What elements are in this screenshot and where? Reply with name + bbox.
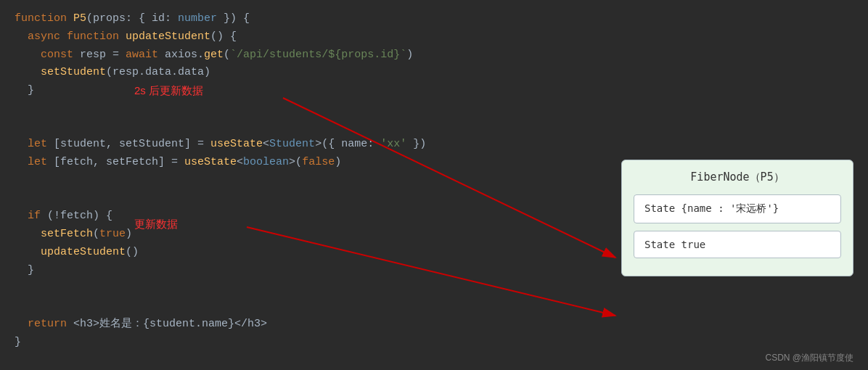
code-line-14: updateStudent() <box>15 244 566 262</box>
fiber-node-box: FiberNode（P5） State {name : '宋远桥'} State… <box>621 160 853 276</box>
code-line-10 <box>15 172 566 190</box>
code-line-19: } <box>15 334 566 352</box>
code-line-12: if (!fetch) { <box>15 207 566 226</box>
code-line-8: let [student, setStudent] = useState<Stu… <box>15 136 566 154</box>
code-line-16 <box>15 279 566 297</box>
code-line-15: } <box>15 262 566 280</box>
fiber-state-2: State true <box>634 231 841 258</box>
annotation-update: 更新数据 <box>134 218 178 231</box>
watermark: CSDN @渔阳镇节度使 <box>765 352 853 364</box>
code-line-7 <box>15 118 566 136</box>
code-line-11 <box>15 190 566 208</box>
code-line-6 <box>15 100 566 118</box>
code-line-17 <box>15 297 566 316</box>
annotation-2s: 2s 后更新数据 <box>134 84 203 98</box>
code-line-3: const resp = await axios.get(`/api/stude… <box>15 46 566 65</box>
code-line-18: return <h3>姓名是：{student.name}</h3> <box>15 316 566 334</box>
code-line-2: async function updateStudent() { <box>15 28 566 46</box>
code-line-13: setFetch(true) <box>15 226 566 244</box>
code-line-4: setStudent(resp.data.data) <box>15 64 566 82</box>
code-panel: function P5(props: { id: number }) { asy… <box>0 0 581 370</box>
fiber-node-title: FiberNode（P5） <box>634 170 841 184</box>
fiber-state-1: State {name : '宋远桥'} <box>634 194 841 223</box>
code-line-5: } <box>15 82 566 100</box>
code-line-9: let [fetch, setFetch] = useState<boolean… <box>15 154 566 172</box>
code-line-1: function P5(props: { id: number }) { <box>15 10 566 28</box>
